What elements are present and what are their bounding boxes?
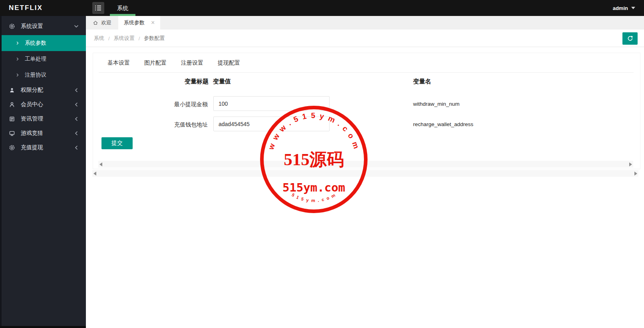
breadcrumb-separator: / <box>139 36 140 41</box>
chevron-left-icon <box>73 101 80 108</box>
sidebar-item-work-orders[interactable]: 工单处理 <box>0 51 86 67</box>
sidebar-group-label: 游戏竞猜 <box>21 130 43 137</box>
username-label: admin <box>613 5 628 11</box>
list-icon <box>95 6 104 10</box>
sidebar-item-label: 工单处理 <box>25 55 46 63</box>
inner-horizontal-scrollbar[interactable] <box>98 161 633 168</box>
sidebar-item-system-params[interactable]: 系统参数 <box>0 35 86 51</box>
breadcrumb-bar: 系统 / 系统设置 / 参数配置 <box>86 30 644 47</box>
topnav-item-system[interactable]: 系统 <box>105 0 141 16</box>
user-dropdown[interactable]: admin <box>613 0 635 16</box>
topnav-label: 系统 <box>117 5 128 11</box>
chevron-left-icon <box>73 130 80 136</box>
menu-toggle-button[interactable] <box>92 2 104 14</box>
field-label-min-withdraw: 最小提现金额 <box>93 101 208 108</box>
subtab-withdraw-config[interactable]: 提现配置 <box>218 59 240 67</box>
sidebar-group-label: 充值提现 <box>21 144 43 151</box>
breadcrumb-item-system[interactable]: 系统 <box>94 35 104 42</box>
sidebar-item-register-agreement[interactable]: 注册协议 <box>0 67 86 83</box>
scroll-left-arrow-icon[interactable] <box>99 162 102 166</box>
main-content: 基本设置 图片配置 注册设置 提现配置 变量标题 变量值 变量名 最小提现金额 … <box>86 47 644 328</box>
column-header-name: 变量名 <box>413 78 431 85</box>
refresh-button[interactable] <box>622 32 638 45</box>
chevron-right-icon <box>15 41 20 45</box>
gear-icon <box>9 144 15 151</box>
column-header-value: 变量值 <box>213 78 231 85</box>
user-icon <box>9 101 15 108</box>
settings-subtabs: 基本设置 图片配置 注册设置 提现配置 <box>107 59 254 67</box>
outer-horizontal-scrollbar[interactable] <box>92 170 638 177</box>
tab-label: 欢迎 <box>101 19 111 26</box>
sidebar: 系统设置 系统参数 工单处理 注册协议 权限分配 会员中心 <box>0 16 86 328</box>
breadcrumb-item-param-config: 参数配置 <box>144 35 165 42</box>
chevron-right-icon <box>15 57 20 61</box>
sidebar-group-label: 系统设置 <box>21 23 43 30</box>
tab-welcome[interactable]: 欢迎 <box>86 16 118 30</box>
sidebar-scrollbar[interactable] <box>0 326 86 328</box>
sidebar-group-members[interactable]: 会员中心 <box>0 97 86 112</box>
home-icon <box>93 20 98 26</box>
field-label-recharge-wallet: 充值钱包地址 <box>93 121 208 128</box>
sidebar-group-label: 权限分配 <box>21 87 43 94</box>
topbar: NETFLIX 系统 admin <box>0 0 644 16</box>
chevron-left-icon <box>73 87 80 93</box>
user-badge-icon <box>9 87 15 93</box>
sidebar-group-recharge-withdraw[interactable]: 充值提现 <box>0 140 86 155</box>
open-tabs-bar: 欢迎 系统参数 × <box>86 16 644 30</box>
breadcrumb-separator: / <box>108 36 110 41</box>
sidebar-group-label: 会员中心 <box>21 101 43 108</box>
min-withdraw-input[interactable] <box>213 96 330 111</box>
page: NETFLIX 系统 admin 系统设置 系统参数 <box>0 0 644 328</box>
breadcrumb: 系统 / 系统设置 / 参数配置 <box>94 30 165 47</box>
chevron-right-icon <box>15 73 20 77</box>
breadcrumb-item-system-settings[interactable]: 系统设置 <box>114 35 135 42</box>
recharge-wallet-input[interactable] <box>213 117 330 131</box>
sidebar-group-news[interactable]: 资讯管理 <box>0 112 86 126</box>
scroll-right-arrow-icon[interactable] <box>629 162 632 166</box>
variable-name: recharge_wallet_address <box>413 121 473 127</box>
chevron-down-icon <box>73 23 80 30</box>
close-icon[interactable]: × <box>151 20 155 26</box>
scroll-left-arrow-icon[interactable] <box>93 172 96 176</box>
scroll-right-arrow-icon[interactable] <box>634 172 637 176</box>
news-icon <box>9 116 15 122</box>
chevron-down-icon <box>631 7 635 11</box>
sidebar-item-label: 系统参数 <box>25 40 46 47</box>
column-header-title: 变量标题 <box>185 78 209 85</box>
divider <box>99 72 634 73</box>
subtab-basic-settings[interactable]: 基本设置 <box>107 59 130 67</box>
chevron-left-icon <box>73 144 80 151</box>
refresh-icon <box>627 35 634 42</box>
tab-system-params[interactable]: 系统参数 × <box>118 16 160 30</box>
submit-button[interactable]: 提交 <box>101 137 133 149</box>
tab-label: 系统参数 <box>124 19 145 26</box>
sidebar-group-label: 资讯管理 <box>21 115 43 123</box>
sidebar-group-system-settings[interactable]: 系统设置 <box>0 18 86 35</box>
subtab-image-config[interactable]: 图片配置 <box>144 59 167 67</box>
variable-name: withdraw_min_num <box>413 101 459 107</box>
sidebar-item-label: 注册协议 <box>25 71 46 79</box>
app-logo: NETFLIX <box>9 0 43 16</box>
sidebar-group-permissions[interactable]: 权限分配 <box>0 83 86 97</box>
chevron-left-icon <box>73 116 80 122</box>
gear-icon <box>9 23 15 30</box>
subtab-register-settings[interactable]: 注册设置 <box>181 59 203 67</box>
sidebar-group-game-quiz[interactable]: 游戏竞猜 <box>0 126 86 140</box>
settings-card: 基本设置 图片配置 注册设置 提现配置 变量标题 变量值 变量名 最小提现金额 … <box>93 53 640 169</box>
monitor-icon <box>9 130 15 136</box>
